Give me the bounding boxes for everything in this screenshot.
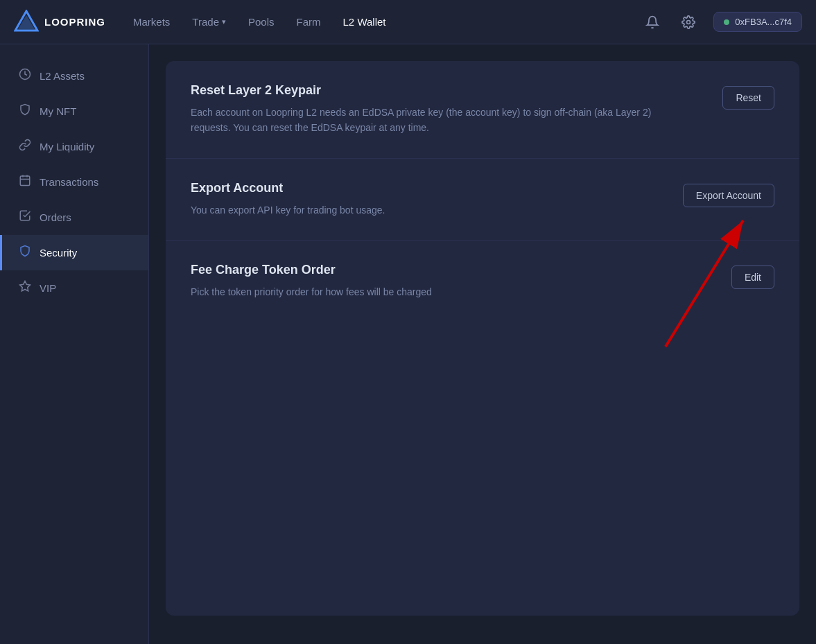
sidebar-item-orders[interactable]: Orders [0,200,148,235]
main-content: Reset Layer 2 Keypair Each account on Lo… [149,44,816,644]
edit-button[interactable]: Edit [731,266,774,289]
main-layout: L2 Assets My NFT My Liquidity [0,44,816,644]
svg-marker-8 [20,281,31,291]
orders-icon [19,209,31,225]
sidebar-item-myliquidity[interactable]: My Liquidity [0,129,148,164]
fee-charge-section: Fee Charge Token Order Pick the token pr… [166,241,799,322]
vip-icon [19,280,31,296]
wallet-address-text: 0xFB3A...c7f4 [735,17,792,27]
nav-right: 0xFB3A...c7f4 [641,11,802,33]
export-account-section: Export Account You can export API key fo… [166,159,799,241]
content-card: Reset Layer 2 Keypair Each account on Lo… [166,61,799,616]
sidebar-label-orders: Orders [40,211,71,223]
nav-l2wallet[interactable]: L2 Wallet [343,16,386,28]
fee-charge-title: Fee Charge Token Order [191,263,676,277]
sidebar-label-myliquidity: My Liquidity [40,141,94,153]
security-icon [19,245,31,261]
fee-charge-text: Fee Charge Token Order Pick the token pr… [191,263,676,299]
settings-icon[interactable] [677,11,700,33]
sidebar-item-security[interactable]: Security [0,235,148,270]
wallet-status-dot [724,19,729,25]
nav-farm[interactable]: Farm [297,16,321,28]
svg-rect-4 [20,176,30,186]
reset-keypair-title: Reset Layer 2 Keypair [191,83,676,98]
reset-keypair-description: Each account on Loopring L2 needs an EdD… [191,105,676,136]
fee-charge-description: Pick the token priority order for how fe… [191,284,676,299]
reset-button[interactable]: Reset [722,86,774,110]
reset-keypair-text: Reset Layer 2 Keypair Each account on Lo… [191,83,676,136]
chevron-down-icon: ▾ [222,17,226,26]
sidebar-label-mynft: My NFT [40,105,76,117]
transactions-icon [19,174,31,190]
nav-links: Markets Trade ▾ Pools Farm L2 Wallet [133,16,641,28]
sidebar-label-vip: VIP [40,282,56,294]
svg-point-2 [687,20,691,24]
export-account-text: Export Account You can export API key fo… [191,181,669,218]
nav-markets[interactable]: Markets [133,16,170,28]
export-account-description: You can export API key for trading bot u… [191,202,669,218]
myliquidity-icon [19,139,31,155]
sidebar-item-vip[interactable]: VIP [0,270,148,306]
reset-keypair-section: Reset Layer 2 Keypair Each account on Lo… [166,61,799,159]
notifications-icon[interactable] [641,11,663,33]
nav-pools[interactable]: Pools [248,16,275,28]
sidebar-item-transactions[interactable]: Transactions [0,164,148,200]
sidebar-label-transactions: Transactions [40,176,98,188]
sidebar-label-security: Security [40,247,77,259]
logo[interactable]: LOOPRING [14,10,105,35]
sidebar-item-l2assets[interactable]: L2 Assets [0,58,148,94]
wallet-address-button[interactable]: 0xFB3A...c7f4 [713,12,802,32]
mynft-icon [19,103,31,119]
export-account-button[interactable]: Export Account [683,184,774,207]
logo-text: LOOPRING [44,16,105,28]
sidebar: L2 Assets My NFT My Liquidity [0,44,149,644]
nav-trade[interactable]: Trade ▾ [192,16,226,28]
sidebar-label-l2assets: L2 Assets [40,70,85,82]
top-navigation: LOOPRING Markets Trade ▾ Pools Farm L2 W… [0,0,816,44]
l2assets-icon [19,68,31,84]
export-account-title: Export Account [191,181,669,195]
sidebar-item-mynft[interactable]: My NFT [0,94,148,129]
